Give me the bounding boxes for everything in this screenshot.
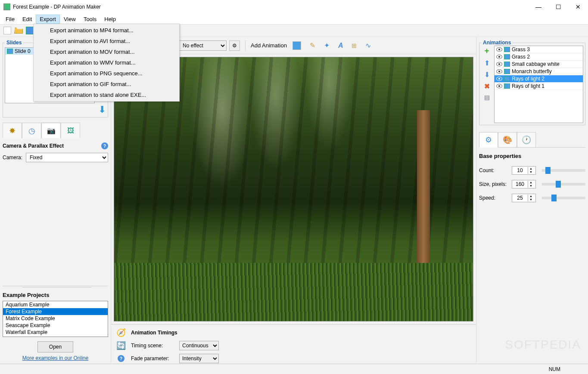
tab-compass[interactable]: ✸ [3, 123, 22, 138]
tab-color[interactable]: 🎨 [498, 132, 517, 148]
app-icon [3, 3, 10, 10]
anim-up-icon[interactable]: ⬆ [484, 59, 490, 67]
fade-param-select[interactable]: Intensity [179, 354, 219, 363]
export-wmv[interactable]: Export animation to WMV format... [34, 57, 178, 68]
maximize-button[interactable]: ☐ [548, 0, 568, 14]
anim-down-icon[interactable]: ⬇ [484, 71, 490, 79]
anim-row[interactable]: Rays of light 1 [495, 83, 583, 90]
anim-row[interactable]: Rays of light 2 [495, 75, 583, 83]
export-mp4[interactable]: Export animation to MP4 format... [34, 25, 178, 36]
spin-down-icon[interactable]: ▼ [528, 198, 534, 201]
choose-effect-select[interactable]: No effect [179, 40, 227, 51]
example-item[interactable]: Matrix Code Example [3, 315, 108, 322]
menu-export[interactable]: Export [36, 15, 60, 24]
size-slider[interactable] [542, 183, 585, 185]
example-item[interactable]: Aquarium Example [3, 301, 108, 308]
anim-label: Monarch butterfly [512, 68, 552, 74]
eye-icon[interactable] [496, 55, 502, 59]
frame-icon [504, 54, 510, 59]
anim-preset-icon[interactable] [289, 39, 304, 52]
add-animation-label: Add Animation [251, 42, 287, 49]
brush-icon: ✎ [310, 41, 315, 49]
help-icon[interactable]: ? [118, 355, 124, 362]
tab-base-props[interactable]: ⚙ [479, 132, 498, 148]
frame-preset-icon [292, 41, 301, 50]
palette-icon: 🎨 [503, 135, 512, 145]
open-example-button[interactable]: Open [37, 341, 73, 352]
anim-row[interactable]: Grass 2 [495, 53, 583, 61]
tab-image[interactable]: 🖼 [61, 123, 80, 138]
anim-row[interactable]: Grass 3 [495, 46, 583, 53]
spin-up-icon[interactable]: ▲ [528, 181, 534, 184]
tab-timing[interactable]: 🕐 [517, 132, 536, 148]
example-item[interactable]: Waterfall Example [3, 329, 108, 336]
speed-spinner[interactable]: ▲▼ [512, 194, 536, 202]
effect-settings-button[interactable]: ⚙ [229, 40, 240, 51]
menu-help[interactable]: Help [100, 15, 120, 24]
spin-down-icon[interactable]: ▼ [528, 184, 534, 188]
speed-input[interactable] [512, 194, 528, 202]
menu-file[interactable]: File [2, 15, 19, 24]
eye-icon[interactable] [496, 69, 502, 74]
eye-icon[interactable] [496, 62, 502, 66]
text-tool[interactable]: A [335, 40, 346, 52]
tab-clock[interactable]: ◷ [22, 123, 41, 138]
eye-icon[interactable] [496, 77, 502, 81]
frame-icon [504, 76, 510, 81]
count-label: Count: [479, 167, 509, 173]
export-mov[interactable]: Export animation to MOV format... [34, 46, 178, 57]
close-button[interactable]: ✕ [568, 0, 588, 14]
anim-label: Grass 2 [512, 54, 530, 60]
slide-more-icon[interactable]: ⬇ [98, 104, 106, 115]
minimize-button[interactable]: — [529, 0, 548, 14]
sparkle-tool[interactable]: ✦ [321, 39, 333, 52]
new-file-icon[interactable] [3, 26, 12, 35]
eye-icon[interactable] [496, 47, 502, 52]
export-avi[interactable]: Export animation to AVI format... [34, 36, 178, 46]
spin-up-icon[interactable]: ▲ [528, 167, 534, 170]
delete-animation-icon[interactable]: ✖ [484, 82, 490, 90]
spin-up-icon[interactable]: ▲ [528, 195, 534, 198]
size-input[interactable] [512, 180, 528, 188]
base-props-title: Base properties [479, 153, 585, 159]
gear-icon: ⚙ [485, 135, 492, 145]
wave-tool[interactable]: ∿ [362, 39, 374, 52]
timing-scene-select[interactable]: Continuous [179, 341, 219, 350]
camera-select[interactable]: Fixed [26, 153, 108, 162]
spin-down-icon[interactable]: ▼ [528, 170, 534, 174]
example-item[interactable]: Seascape Example [3, 322, 108, 329]
tab-camera[interactable]: 📷 [41, 123, 61, 138]
count-slider[interactable] [542, 169, 585, 172]
brush-tool[interactable]: ✎ [307, 39, 318, 52]
examples-list[interactable]: Aquarium Example Forest Example Matrix C… [3, 301, 108, 337]
fade-param-label: Fade parameter: [131, 355, 174, 362]
export-exe[interactable]: Export animation to stand alone EXE... [34, 90, 178, 100]
sparkle-icon: ✦ [324, 41, 330, 49]
help-icon[interactable]: ? [101, 142, 108, 149]
animations-list[interactable]: Grass 3 Grass 2 Small cabbage white Mona… [494, 46, 583, 123]
window-title: Forest Example - DP Animation Maker [13, 4, 101, 10]
example-item[interactable]: Forest Example [3, 308, 108, 315]
menu-view[interactable]: View [60, 15, 80, 24]
count-spinner[interactable]: ▲▼ [512, 166, 536, 175]
export-png-seq[interactable]: Export animation to PNG sequence... [34, 68, 178, 79]
anim-row[interactable]: Monarch butterfly [495, 68, 583, 75]
menu-tools[interactable]: Tools [80, 15, 100, 24]
speed-label: Speed: [479, 195, 509, 201]
grid-tool[interactable]: ⊞ [348, 40, 360, 51]
slide-label: Slide 0 [15, 48, 31, 54]
count-input[interactable] [512, 167, 528, 174]
export-gif[interactable]: Export animation to GIF format... [34, 79, 178, 90]
anim-settings-icon[interactable]: ▤ [484, 94, 490, 101]
camera-label: Camera: [3, 155, 22, 161]
menu-edit[interactable]: Edit [19, 15, 36, 24]
open-file-icon[interactable] [14, 26, 23, 35]
grid-icon: ⊞ [352, 42, 357, 49]
size-spinner[interactable]: ▲▼ [512, 180, 536, 189]
more-examples-link[interactable]: More examples in our Online [3, 355, 108, 361]
anim-row[interactable]: Small cabbage white [495, 61, 583, 68]
speed-slider[interactable] [542, 197, 585, 199]
eye-icon[interactable] [496, 84, 502, 88]
add-animation-icon[interactable]: + [485, 46, 489, 56]
resize-grip-icon[interactable] [569, 366, 575, 372]
